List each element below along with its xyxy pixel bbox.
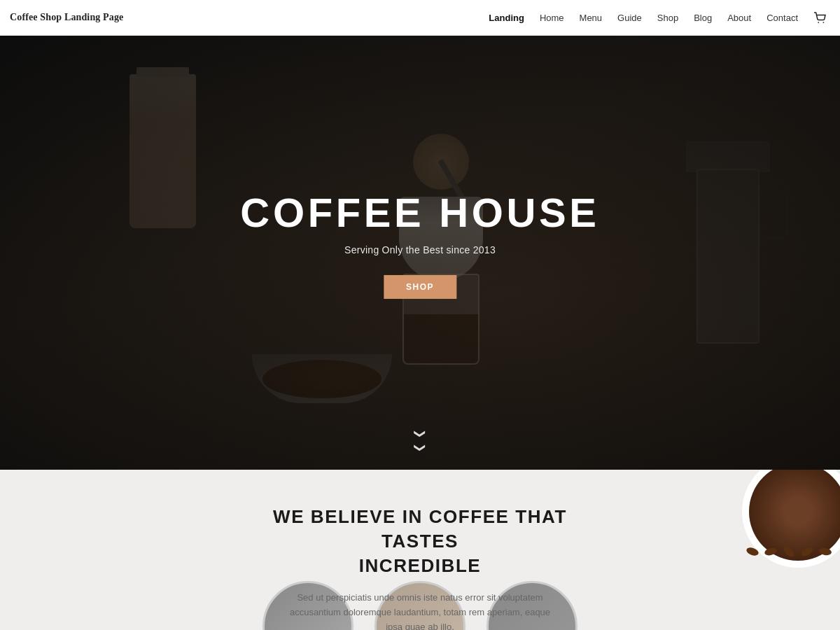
nav-item-menu[interactable]: Menu — [580, 13, 603, 23]
section2-heading: WE BELIEVE IN COFFEE THAT TASTES INCREDI… — [245, 505, 595, 578]
nav-item-about[interactable]: About — [727, 13, 751, 23]
hero-subtitle: Serving Only the Best since 2013 — [240, 244, 599, 255]
svg-point-1 — [822, 22, 824, 23]
hero-title: COFFEE HOUSE — [240, 189, 599, 236]
beans-decoration — [707, 470, 840, 610]
beans-scattered — [745, 547, 833, 559]
site-title: Coffee Shop Landing Page — [10, 12, 123, 23]
about-section: WE BELIEVE IN COFFEE THAT TASTES INCREDI… — [0, 470, 840, 630]
nav-item-landing[interactable]: Landing — [489, 13, 524, 23]
nav-item-shop[interactable]: Shop — [657, 13, 678, 23]
nav-item-contact[interactable]: Contact — [766, 13, 798, 23]
shop-button[interactable]: SHOP — [384, 275, 456, 299]
nav-item-blog[interactable]: Blog — [694, 13, 712, 23]
hero-section: COFFEE HOUSE Serving Only the Best since… — [0, 36, 840, 470]
main-nav: Landing Home Menu Guide Shop Blog About … — [489, 12, 826, 23]
svg-point-0 — [818, 22, 819, 23]
hero-content: COFFEE HOUSE Serving Only the Best since… — [240, 189, 599, 299]
site-header: Coffee Shop Landing Page Landing Home Me… — [0, 0, 840, 36]
nav-item-guide[interactable]: Guide — [617, 13, 642, 23]
nav-item-home[interactable]: Home — [540, 13, 564, 23]
cart-icon[interactable] — [813, 12, 826, 23]
section2-body: Sed ut perspiciatis unde omnis iste natu… — [287, 591, 553, 630]
scroll-down-icon[interactable]: ❯ ❯ — [416, 426, 425, 454]
